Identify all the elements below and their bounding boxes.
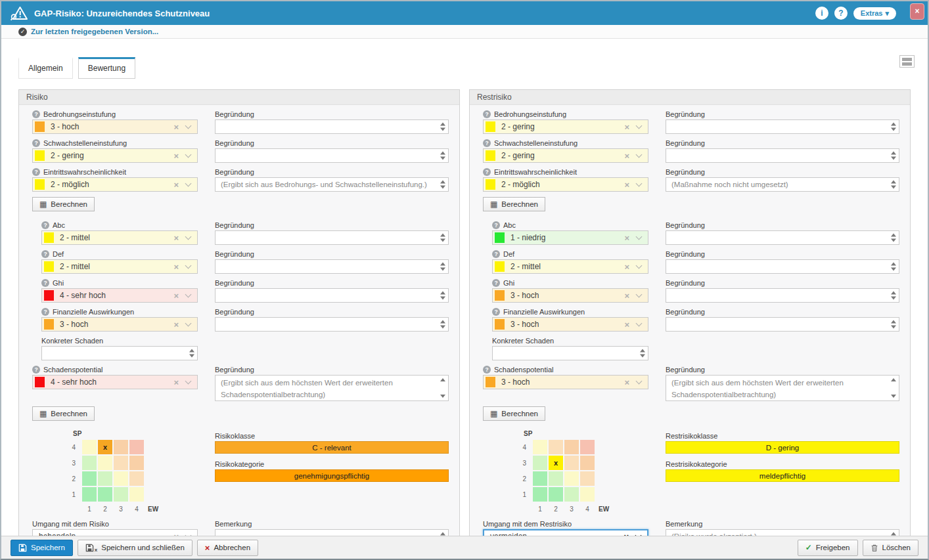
chevron-down-icon[interactable] (636, 122, 643, 129)
chevron-down-icon[interactable] (185, 532, 192, 536)
note-input[interactable] (215, 259, 449, 274)
eintrittswahrscheinlichkeit-select[interactable]: 2 - möglich× (32, 177, 198, 192)
chevron-down-icon[interactable] (185, 151, 192, 158)
clear-icon[interactable]: × (624, 123, 629, 131)
clear-icon[interactable]: × (624, 263, 629, 271)
finanzielle-auswirkungen-select[interactable]: 3 - hoch× (41, 317, 198, 332)
def-select[interactable]: 2 - mittel× (492, 259, 648, 274)
help-button[interactable]: ? (834, 7, 848, 20)
clear-icon[interactable]: × (173, 181, 179, 189)
clear-icon[interactable]: × (173, 320, 179, 329)
clear-icon[interactable]: × (173, 123, 179, 131)
finanzielle-auswirkungen-select[interactable]: 3 - hoch× (492, 317, 648, 332)
umgang-mit-dem-risiko-select[interactable]: behandeln× (32, 529, 198, 536)
clear-icon[interactable]: × (624, 234, 629, 242)
clear-icon[interactable]: × (173, 263, 179, 271)
clear-icon[interactable]: × (173, 234, 179, 242)
tab-allgemein[interactable]: Allgemein (18, 57, 73, 79)
ghi-select[interactable]: 3 - hoch× (492, 288, 648, 303)
def-select[interactable]: 2 - mittel× (41, 259, 198, 274)
chevron-down-icon[interactable] (636, 180, 643, 186)
speichern-button[interactable]: Speichern (11, 540, 73, 556)
eintrittswahrscheinlichkeit-select[interactable]: 2 - möglich× (483, 177, 648, 192)
help-icon[interactable]: ? (492, 221, 500, 229)
abbrechen-button[interactable]: ×Abbrechen (197, 540, 258, 556)
clear-icon[interactable]: × (624, 181, 629, 189)
freigeben-button[interactable]: ✓Freigeben (798, 540, 858, 556)
konkreter-schaden-input[interactable] (492, 346, 648, 360)
berechnen-button[interactable]: ▦Berechnen (32, 197, 95, 211)
clear-icon[interactable]: × (624, 320, 629, 329)
help-icon[interactable]: ? (483, 139, 491, 147)
note-input[interactable] (215, 288, 449, 303)
help-icon[interactable]: ? (32, 366, 40, 374)
clear-icon[interactable]: × (624, 291, 629, 300)
schadenspotential-select[interactable]: 4 - sehr hoch× (32, 375, 198, 389)
chevron-down-icon[interactable] (185, 122, 192, 129)
chevron-down-icon[interactable] (185, 233, 192, 240)
note-input[interactable] (666, 119, 899, 134)
clear-icon[interactable]: × (173, 532, 179, 536)
clear-icon[interactable]: × (173, 378, 179, 387)
note-input[interactable] (666, 259, 899, 274)
info-button[interactable]: i (815, 7, 828, 20)
bedrohungseinstufung-select[interactable]: 3 - hoch× (32, 119, 198, 134)
clear-icon[interactable]: × (624, 152, 629, 160)
chevron-down-icon[interactable] (636, 377, 643, 384)
berechnen-button[interactable]: ▦Berechnen (32, 406, 95, 421)
help-icon[interactable]: ? (492, 279, 500, 287)
chevron-down-icon[interactable] (635, 532, 642, 536)
help-icon[interactable]: ? (492, 250, 500, 258)
umgang-mit-dem-restrisiko-select[interactable]: vermeiden× (483, 529, 648, 536)
abc-select[interactable]: 1 - niedrig× (492, 230, 648, 245)
help-icon[interactable]: ? (483, 110, 491, 118)
chevron-down-icon[interactable] (185, 377, 192, 384)
remark-input[interactable]: (Risiko wurde akzeptiert.) (666, 529, 899, 536)
speichern-und-schließen-button[interactable]: xSpeichern und schließen (78, 540, 193, 556)
chevron-down-icon[interactable] (636, 291, 643, 297)
clear-icon[interactable]: × (623, 532, 629, 536)
help-icon[interactable]: ? (32, 110, 40, 118)
note-input[interactable] (666, 317, 899, 332)
help-icon[interactable]: ? (492, 308, 500, 316)
schwachstelleneinstufung-select[interactable]: 2 - gering× (483, 148, 648, 163)
berechnen-button[interactable]: ▦Berechnen (483, 197, 545, 211)
clear-icon[interactable]: × (173, 152, 179, 160)
berechnen-button[interactable]: ▦Berechnen (483, 406, 545, 421)
schadenspotential-select[interactable]: 3 - hoch× (483, 375, 648, 389)
löschen-button[interactable]: Löschen (863, 540, 918, 556)
clear-icon[interactable]: × (624, 378, 629, 387)
chevron-down-icon[interactable] (636, 262, 643, 269)
note-input[interactable] (215, 230, 449, 245)
help-icon[interactable]: ? (41, 308, 49, 316)
note-input[interactable] (215, 148, 449, 163)
help-icon[interactable]: ? (32, 168, 40, 176)
note-input[interactable] (666, 230, 899, 245)
chevron-down-icon[interactable] (636, 320, 643, 326)
chevron-down-icon[interactable] (185, 180, 192, 186)
chevron-down-icon[interactable] (636, 151, 643, 158)
help-icon[interactable]: ? (41, 279, 49, 287)
konkreter-schaden-input[interactable] (41, 346, 198, 360)
help-icon[interactable]: ? (32, 139, 40, 147)
bedrohungseinstufung-select[interactable]: 2 - gering× (483, 119, 648, 134)
abc-select[interactable]: 2 - mittel× (41, 230, 198, 245)
note-input[interactable]: (Ergibt sich aus Bedrohungs- und Schwach… (215, 177, 449, 192)
chevron-down-icon[interactable] (636, 233, 643, 240)
note-input[interactable] (215, 317, 449, 332)
note-input[interactable]: (Ergibt sich aus dem höchsten Wert der e… (215, 375, 449, 401)
ghi-select[interactable]: 4 - sehr hoch× (41, 288, 198, 303)
extras-button[interactable]: Extras ▾ (853, 7, 896, 20)
layout-toggle-icon[interactable] (899, 55, 915, 68)
remark-input[interactable] (215, 529, 449, 536)
note-input[interactable]: (Ergibt sich aus dem höchsten Wert der e… (666, 375, 899, 401)
last-version-link[interactable]: Zur letzten freigegebenen Version... (31, 28, 158, 35)
tab-bewertung[interactable]: Bewertung (78, 57, 135, 79)
chevron-down-icon[interactable] (185, 291, 192, 297)
chevron-down-icon[interactable] (185, 320, 192, 326)
note-input[interactable]: (Maßnahme noch nicht umgesetzt) (666, 177, 899, 192)
clear-icon[interactable]: × (173, 291, 179, 300)
schwachstelleneinstufung-select[interactable]: 2 - gering× (32, 148, 198, 163)
help-icon[interactable]: ? (41, 221, 49, 229)
chevron-down-icon[interactable] (185, 262, 192, 269)
